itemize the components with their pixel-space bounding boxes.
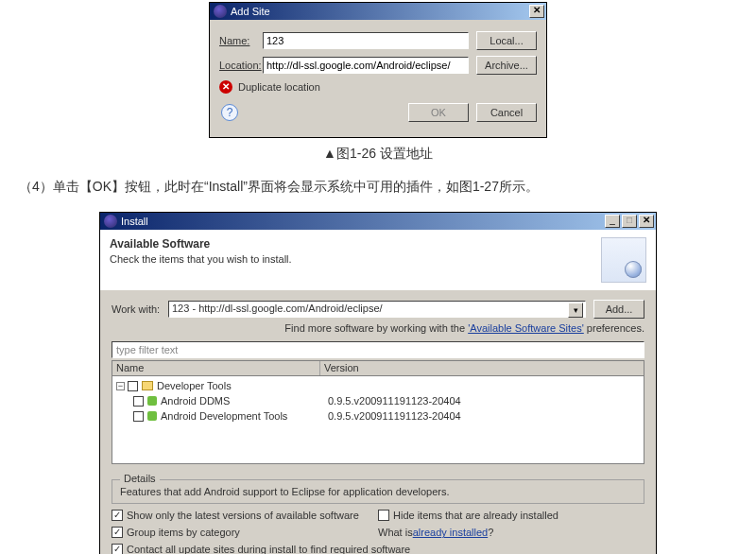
location-input[interactable] [263,57,469,74]
minimize-icon[interactable]: _ [605,215,620,228]
tree-header: Name Version [112,361,644,376]
collapse-icon[interactable]: − [116,382,125,390]
label-group: Group items by category [127,527,240,538]
error-icon: ✕ [219,80,232,94]
checkbox[interactable] [128,381,138,391]
banner: Available Software Check the items that … [100,230,656,290]
checkbox-latest[interactable]: ✓ [112,510,123,521]
folder-icon [142,381,153,390]
item-version: 0.9.5.v200911191123-20404 [324,410,644,422]
maximize-icon[interactable]: □ [622,215,637,228]
ok-button[interactable]: OK [408,103,469,122]
checkbox-hide[interactable] [378,510,389,521]
filter-input[interactable] [112,341,644,358]
titlebar: Add Site ✕ [210,3,546,20]
body-paragraph: （4）单击【OK】按钮，此时在“Install”界面将会显示系统中可用的插件，如… [19,176,737,197]
location-label: Location: [219,60,263,71]
wizard-icon [601,237,646,283]
hint-suffix: preferences. [584,322,644,334]
window-title: Add Site [231,6,527,17]
name-label: Name: [219,35,263,46]
workwith-label: Work with: [112,303,168,315]
available-sites-link[interactable]: 'Available Software Sites' [468,322,584,334]
workwith-select[interactable]: 123 - http://dl-ssl.google.com/Android/e… [168,301,586,318]
details-group: Details Features that add Android suppor… [112,479,644,504]
close-icon[interactable]: ✕ [639,215,654,228]
software-tree: Name Version − Developer Tools [112,360,644,464]
error-row: ✕ Duplicate location [219,80,537,94]
tree-item-row[interactable]: Android DDMS 0.9.5.v200911191123-20404 [112,393,644,408]
plugin-icon [147,411,157,421]
label-hide: Hide items that are already installed [393,510,558,521]
label-contact: Contact all update sites during install … [127,544,410,554]
column-name: Name [112,361,320,375]
item-name: Android Development Tools [161,410,287,422]
tree-item-row[interactable]: Android Development Tools 0.9.5.v2009111… [112,408,644,424]
checkbox-group[interactable]: ✓ [112,527,123,538]
cancel-button[interactable]: Cancel [476,103,537,122]
banner-subtitle: Check the items that you wish to install… [110,253,601,265]
label-latest: Show only the latest versions of availab… [127,510,359,521]
checkbox-contact[interactable]: ✓ [112,544,123,554]
workwith-value: 123 - http://dl-ssl.google.com/Android/e… [172,303,383,314]
window-title: Install [121,216,603,227]
add-site-dialog: Add Site ✕ Name: Local... Location: Arch… [209,2,547,138]
name-input[interactable] [263,32,469,49]
column-version: Version [320,361,644,375]
details-legend: Details [120,473,160,484]
checkbox[interactable] [133,396,144,407]
item-name: Android DDMS [161,395,230,407]
category-label: Developer Tools [157,380,232,391]
install-dialog: Install _ □ ✕ Available Software Check t… [99,212,657,554]
archive-button[interactable]: Archive... [476,56,537,75]
already-installed-link[interactable]: already installed [413,527,489,538]
eclipse-icon [104,215,117,228]
close-icon[interactable]: ✕ [529,5,544,18]
help-icon[interactable]: ? [221,104,238,121]
plugin-icon [147,396,157,406]
tree-category-row[interactable]: − Developer Tools [112,378,644,393]
error-text: Duplicate location [238,81,320,93]
hint-row: Find more software by working with the '… [112,322,644,334]
titlebar: Install _ □ ✕ [100,213,656,230]
banner-title: Available Software [110,237,601,251]
checkbox[interactable] [133,411,144,422]
hint-prefix: Find more software by working with the [284,322,468,334]
local-button[interactable]: Local... [476,31,537,50]
item-version: 0.9.5.v200911191123-20404 [324,395,644,407]
add-button[interactable]: Add... [593,300,644,319]
details-text: Features that add Android support to Ecl… [120,486,450,497]
whatis-text: What is [378,527,413,538]
figure-caption-1: ▲图1-26 设置地址 [0,146,756,163]
eclipse-icon [214,5,227,18]
